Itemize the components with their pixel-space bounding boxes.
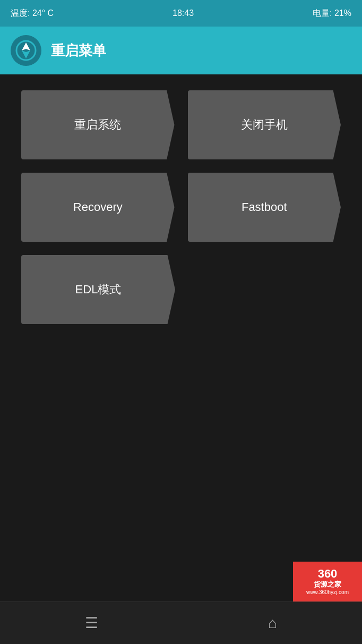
temperature-text: 温度: 24° C [11, 8, 54, 19]
nav-menu-button[interactable]: ☰ [69, 609, 114, 637]
app-title: 重启菜单 [51, 41, 106, 60]
time-text: 18:43 [173, 9, 194, 18]
reboot-system-button[interactable]: 重启系统 [21, 90, 175, 159]
svg-marker-2 [22, 50, 30, 58]
watermark-name-text: 货源之家 [314, 580, 341, 589]
home-icon: ⌂ [268, 615, 277, 632]
status-bar: 温度: 24° C 18:43 电量: 21% [0, 0, 362, 27]
button-row-2: Recovery Fastboot [21, 173, 341, 242]
app-logo-icon [15, 40, 37, 61]
main-content: 重启系统 关闭手机 Recovery Fastboot EDL模式 [0, 74, 362, 340]
battery-text: 电量: 21% [313, 8, 351, 19]
watermark-360-text: 360 [318, 568, 338, 580]
shutdown-button[interactable]: 关闭手机 [188, 90, 341, 159]
watermark: 360 货源之家 www.360hyzj.com [293, 562, 362, 601]
svg-marker-1 [22, 43, 30, 50]
button-row-3: EDL模式 [21, 255, 341, 324]
edl-button[interactable]: EDL模式 [21, 255, 175, 324]
bottom-nav: ☰ ⌂ [0, 601, 362, 644]
app-logo [11, 35, 41, 66]
recovery-button[interactable]: Recovery [21, 173, 175, 242]
menu-icon: ☰ [85, 614, 98, 632]
app-bar: 重启菜单 [0, 27, 362, 74]
fastboot-button[interactable]: Fastboot [188, 173, 341, 242]
watermark-url-text: www.360hyzj.com [306, 589, 349, 595]
nav-home-button[interactable]: ⌂ [252, 609, 293, 637]
button-row-1: 重启系统 关闭手机 [21, 90, 341, 159]
